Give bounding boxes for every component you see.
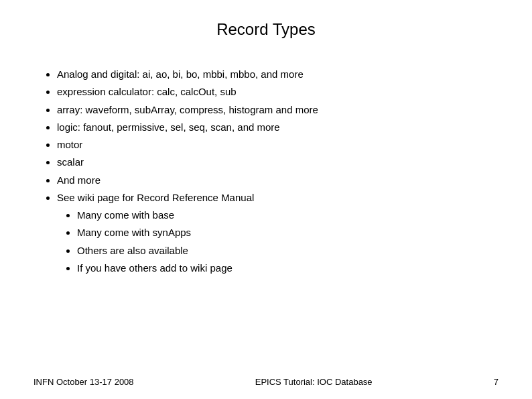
slide: Record Types Analog and digital: ai, ao,… xyxy=(0,0,532,399)
list-item: See wiki page for Record Reference Manua… xyxy=(57,189,498,277)
content-area: Analog and digital: ai, ao, bi, bo, mbbi… xyxy=(34,66,498,277)
list-item: Analog and digital: ai, ao, bi, bo, mbbi… xyxy=(57,66,498,83)
list-item: And more xyxy=(57,172,498,189)
list-item: scalar xyxy=(57,154,498,171)
list-item: Others are also available xyxy=(77,242,498,260)
footer: INFN October 13-17 2008 EPICS Tutorial: … xyxy=(34,377,498,387)
footer-center: EPICS Tutorial: IOC Database xyxy=(255,377,373,387)
list-item: motor xyxy=(57,136,498,154)
list-item: array: waveform, subArray, compress, his… xyxy=(57,101,498,119)
footer-left: INFN October 13-17 2008 xyxy=(34,377,134,387)
list-item: expression calculator: calc, calcOut, su… xyxy=(57,83,498,101)
main-list: Analog and digital: ai, ao, bi, bo, mbbi… xyxy=(34,66,498,277)
slide-title: Record Types xyxy=(34,20,498,46)
list-item: If you have others add to wiki page xyxy=(77,260,498,277)
sub-list: Many come with baseMany come with synApp… xyxy=(57,207,498,277)
list-item: Many come with base xyxy=(77,207,498,224)
footer-right: 7 xyxy=(494,377,498,387)
list-item: logic: fanout, permissive, sel, seq, sca… xyxy=(57,119,498,136)
list-item: Many come with synApps xyxy=(77,224,498,241)
